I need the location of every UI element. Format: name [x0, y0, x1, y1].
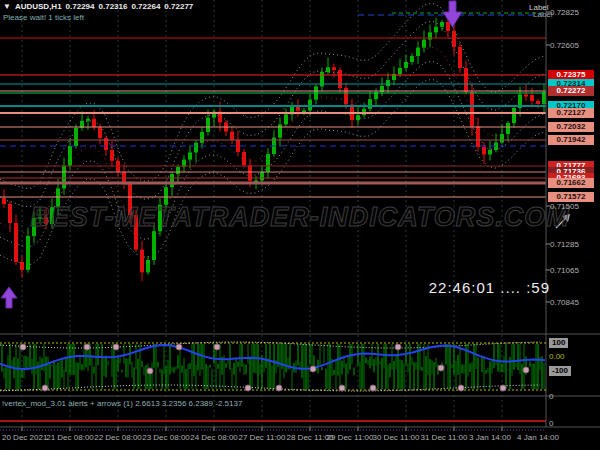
oscillator-bead-dot [339, 385, 345, 391]
time-axis-label: 3 Jan 14:00 [469, 433, 511, 443]
time-axis-label: 22 Dec 08:00 [94, 433, 142, 443]
oscillator-bead-dot [395, 344, 401, 350]
candle-body [26, 236, 30, 270]
oscillator-bead-dot [42, 385, 48, 391]
candle-body [194, 143, 198, 153]
mt4-chart-window: ▼AUDUSD,H10.722940.723160.722640.72277 P… [0, 0, 600, 450]
candle-body [368, 99, 372, 109]
candle-body [464, 68, 468, 92]
candle-body [398, 68, 402, 74]
candle-body [266, 154, 270, 172]
candle-body [452, 31, 456, 47]
oscillator-bead-dot [458, 385, 464, 391]
candle-body [236, 140, 240, 152]
price-axis-label: 0.71285 [550, 240, 579, 250]
level-lines-layer[interactable] [0, 13, 546, 197]
oscillator-scale-label: 100 [549, 338, 568, 348]
candle-body [410, 56, 414, 62]
candle-body [98, 127, 102, 138]
candle-body [482, 147, 486, 155]
price-axis-label: 0.70845 [550, 298, 579, 308]
candle-body [386, 80, 390, 86]
candle-body [62, 166, 66, 189]
time-axis-label: 4 Jan 14:00 [517, 433, 559, 443]
candle-body [278, 124, 282, 137]
candle-body [152, 231, 156, 260]
indicator-name-label: !vertex_mod_3.01 alerts + arrows (1) 2.6… [2, 399, 242, 409]
candle-body [284, 114, 288, 124]
candle-body [230, 132, 234, 140]
envelope-band-line [0, 3, 544, 188]
time-axis-label: 29 Dec 11:00 [327, 433, 374, 443]
oscillator-bead-dot [113, 344, 119, 350]
price-level-badge: 0.71942 [548, 135, 594, 145]
oscillator-bead-dot [500, 385, 506, 391]
candle-body [86, 119, 90, 121]
candle-body [68, 146, 72, 166]
oscillator-bead-dot [245, 385, 251, 391]
oscillator-layer [0, 342, 546, 391]
status-message: Please wait! 1 ticks left [3, 13, 84, 23]
candle-body [500, 134, 504, 143]
price-level-badge: 0.71662 [548, 178, 594, 188]
ohlc-low: 0.72264 [131, 2, 160, 11]
price-axis-label: 0.71065 [550, 266, 579, 276]
ohlc-high: 0.72316 [99, 2, 128, 11]
candle-body [416, 48, 420, 56]
time-axis-label: 24 Dec 08:00 [190, 433, 238, 443]
oscillator-bead-dot [438, 365, 444, 371]
symbol-ohlc-bar[interactable]: ▼AUDUSD,H10.722940.723160.722640.72277 [3, 2, 197, 12]
sell-arrow-object[interactable] [443, 1, 462, 27]
candle-body [200, 132, 204, 143]
candle-body [458, 47, 462, 68]
oscillator-bead-dot [523, 367, 529, 373]
candle-body [524, 95, 528, 97]
time-axis-label: 30 Dec 11:00 [373, 433, 420, 443]
candle-body [140, 250, 144, 273]
price-level-badge: 0.72272 [548, 86, 594, 96]
candle-body [170, 174, 174, 187]
candle-body [242, 152, 246, 165]
candle-body [476, 127, 480, 148]
candle-body [542, 92, 546, 104]
watermark-text: BEST-METATRADER-INDICATORS.COM [0, 202, 600, 233]
price-level-badge: 0.71572 [548, 192, 594, 202]
symbol-name[interactable]: AUDUSD,H1 [15, 2, 62, 11]
price-level-badge: 0.72127 [548, 108, 594, 118]
buy-arrow-object[interactable] [1, 287, 17, 308]
candle-body [488, 150, 492, 155]
candle-body [326, 67, 330, 72]
candle-body [428, 32, 432, 39]
oscillator-bead-dot [214, 344, 220, 350]
symbol-dropdown-icon[interactable]: ▼ [3, 2, 11, 11]
candle-body [536, 101, 540, 104]
price-axis-label: 0.71505 [550, 202, 579, 212]
candle-body [446, 22, 450, 31]
time-axis-label: 31 Dec 11:00 [421, 433, 468, 443]
candle-countdown-timer: 22:46:01 .... :59 [429, 279, 550, 296]
candle-body [506, 123, 510, 134]
price-axis-label: 0.72825 [550, 8, 579, 18]
candle-body [332, 67, 336, 70]
candle-body [260, 172, 264, 180]
price-level-badge: 0.72032 [548, 122, 594, 132]
candle-body [422, 40, 426, 48]
candle-body [176, 167, 180, 174]
candle-body [434, 27, 438, 33]
candle-body [344, 88, 348, 104]
oscillator-bead-dot [176, 344, 182, 350]
time-axis-label: 27 Dec 11:00 [239, 433, 286, 443]
price-axis-label: 0.72605 [550, 41, 579, 51]
candle-body [20, 262, 24, 270]
candles-layer [0, 3, 546, 281]
candle-body [530, 95, 534, 101]
candle-body [110, 150, 114, 161]
candle-body [74, 128, 78, 146]
candle-body [146, 260, 150, 272]
candle-body [470, 92, 474, 127]
candle-body [356, 115, 360, 120]
candle-body [404, 62, 408, 68]
time-axis-label: 23 Dec 08:00 [142, 433, 190, 443]
time-axis-label: 20 Dec 2021 [2, 433, 47, 443]
oscillator-scale-label: -100 [549, 366, 571, 376]
